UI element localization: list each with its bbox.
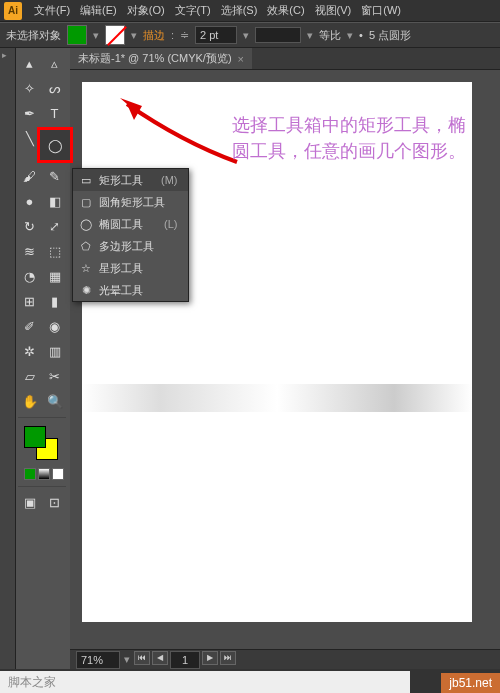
fill-color[interactable]: [24, 426, 46, 448]
menu-effect[interactable]: 效果(C): [263, 1, 308, 20]
toolbox: ▴ ▵ ✧ ᔕ ✒ T ╲ ◯ 🖌 ✎ ● ◧ ↻ ⤢ ≋ ⬚ ◔ ▦ ⊞ ▮ …: [16, 48, 70, 669]
left-gutter: ▸: [0, 48, 16, 669]
flyout-rounded-rect[interactable]: ▢ 圆角矩形工具: [73, 191, 188, 213]
flyout-label: 光晕工具: [99, 283, 143, 298]
flyout-rectangle[interactable]: ▭ 矩形工具 (M): [73, 169, 188, 191]
color-picker[interactable]: [24, 426, 58, 460]
first-page-button[interactable]: ⏮: [134, 651, 150, 665]
dropdown-icon[interactable]: ▾: [93, 29, 99, 42]
pen-tool[interactable]: ✒: [18, 102, 41, 125]
slice-tool[interactable]: ✂: [43, 365, 66, 388]
graph-tool[interactable]: ▥: [43, 340, 66, 363]
stroke-swatch[interactable]: [105, 25, 125, 45]
flyout-polygon[interactable]: ⬠ 多边形工具: [73, 235, 188, 257]
brush-preview[interactable]: [255, 27, 301, 43]
eraser-tool[interactable]: ◧: [43, 190, 66, 213]
expand-icon[interactable]: ▸: [0, 48, 15, 62]
ellipse-icon: ◯: [79, 217, 93, 231]
prev-page-button[interactable]: ◀: [152, 651, 168, 665]
menu-window[interactable]: 窗口(W): [357, 1, 405, 20]
gradient-mode[interactable]: [38, 468, 50, 480]
width-tool[interactable]: ≋: [18, 240, 41, 263]
magic-wand-tool[interactable]: ✧: [18, 77, 41, 100]
menu-select[interactable]: 选择(S): [217, 1, 262, 20]
solid-mode[interactable]: [24, 468, 36, 480]
watermark: jb51.net: [441, 673, 500, 693]
rounded-rect-icon: ▢: [79, 195, 93, 209]
annotation-arrow-icon: [112, 92, 242, 172]
menu-file[interactable]: 文件(F): [30, 1, 74, 20]
screen-mode[interactable]: ▣: [18, 491, 41, 514]
shape-tool[interactable]: ◯: [39, 129, 71, 161]
next-page-button[interactable]: ▶: [202, 651, 218, 665]
zoom-input[interactable]: [76, 651, 120, 669]
flyout-label: 椭圆工具: [99, 217, 143, 232]
flyout-shortcut: (L): [152, 218, 177, 230]
artboard[interactable]: 选择工具箱中的矩形工具，椭圆工具，任意的画几个图形。: [82, 82, 472, 622]
annotation-text: 选择工具箱中的矩形工具，椭圆工具，任意的画几个图形。: [232, 112, 472, 164]
last-page-button[interactable]: ⏭: [220, 651, 236, 665]
options-bar: 未选择对象 ▾ ▾ 描边 : ≑ ▾ ▾ 等比 ▾ • 5 点圆形: [0, 22, 500, 48]
bullet: •: [359, 29, 363, 41]
perspective-tool[interactable]: ▦: [43, 265, 66, 288]
document-area: 未标题-1* @ 71% (CMYK/预览) × 选择工具箱中的矩形工具，椭圆工…: [70, 48, 500, 669]
uniform-label: 等比: [319, 28, 341, 43]
flare-icon: ✺: [79, 283, 93, 297]
rectangle-icon: ▭: [79, 173, 93, 187]
line-tool[interactable]: ╲: [18, 127, 41, 150]
artboard-tool[interactable]: ▱: [18, 365, 41, 388]
blob-brush-tool[interactable]: ●: [18, 190, 41, 213]
menu-type[interactable]: 文字(T): [171, 1, 215, 20]
stroke-label[interactable]: 描边: [143, 28, 165, 43]
menu-view[interactable]: 视图(V): [311, 1, 356, 20]
type-tool[interactable]: T: [43, 102, 66, 125]
point-style-label[interactable]: 5 点圆形: [369, 28, 411, 43]
watermark-subtitle: 脚本之家: [0, 671, 410, 693]
menu-object[interactable]: 对象(O): [123, 1, 169, 20]
page-input[interactable]: [170, 651, 200, 669]
direct-selection-tool[interactable]: ▵: [43, 52, 66, 75]
artboard-pager: ⏮ ◀ ▶ ⏭: [134, 651, 236, 669]
pencil-tool[interactable]: ✎: [43, 165, 66, 188]
fill-swatch[interactable]: [67, 25, 87, 45]
flyout-label: 多边形工具: [99, 239, 154, 254]
flyout-label: 矩形工具: [99, 173, 143, 188]
stroke-weight-input[interactable]: [195, 26, 237, 44]
gradient-band: [82, 384, 472, 412]
brush-tool[interactable]: 🖌: [18, 165, 41, 188]
selection-status: 未选择对象: [6, 28, 61, 43]
dropdown-icon[interactable]: ▾: [124, 653, 130, 666]
lasso-tool[interactable]: ᔕ: [43, 77, 66, 100]
flyout-star[interactable]: ☆ 星形工具: [73, 257, 188, 279]
separator: [18, 417, 66, 418]
main-menu: 文件(F) 编辑(E) 对象(O) 文字(T) 选择(S) 效果(C) 视图(V…: [30, 1, 405, 20]
mesh-tool[interactable]: ⊞: [18, 290, 41, 313]
dropdown-icon[interactable]: ▾: [243, 29, 249, 42]
tab-title: 未标题-1* @ 71% (CMYK/预览): [78, 51, 232, 66]
document-tabs: 未标题-1* @ 71% (CMYK/预览) ×: [70, 48, 500, 70]
star-icon: ☆: [79, 261, 93, 275]
scale-tool[interactable]: ⤢: [43, 215, 66, 238]
flyout-ellipse[interactable]: ◯ 椭圆工具 (L): [73, 213, 188, 235]
blend-tool[interactable]: ◉: [43, 315, 66, 338]
gradient-tool[interactable]: ▮: [43, 290, 66, 313]
eyedropper-tool[interactable]: ✐: [18, 315, 41, 338]
dropdown-icon[interactable]: ▾: [131, 29, 137, 42]
zoom-tool[interactable]: 🔍: [43, 390, 66, 413]
app-logo-icon: Ai: [4, 2, 22, 20]
close-icon[interactable]: ×: [238, 53, 244, 65]
free-transform-tool[interactable]: ⬚: [43, 240, 66, 263]
menu-edit[interactable]: 编辑(E): [76, 1, 121, 20]
hand-tool[interactable]: ✋: [18, 390, 41, 413]
screen-mode-toggle[interactable]: ⊡: [43, 491, 66, 514]
color-mode-row: [24, 468, 64, 480]
rotate-tool[interactable]: ↻: [18, 215, 41, 238]
selection-tool[interactable]: ▴: [18, 52, 41, 75]
shape-builder-tool[interactable]: ◔: [18, 265, 41, 288]
flyout-flare[interactable]: ✺ 光晕工具: [73, 279, 188, 301]
none-mode[interactable]: [52, 468, 64, 480]
polygon-icon: ⬠: [79, 239, 93, 253]
symbol-sprayer-tool[interactable]: ✲: [18, 340, 41, 363]
document-tab[interactable]: 未标题-1* @ 71% (CMYK/预览) ×: [70, 48, 252, 69]
canvas-viewport[interactable]: 选择工具箱中的矩形工具，椭圆工具，任意的画几个图形。: [70, 70, 500, 669]
